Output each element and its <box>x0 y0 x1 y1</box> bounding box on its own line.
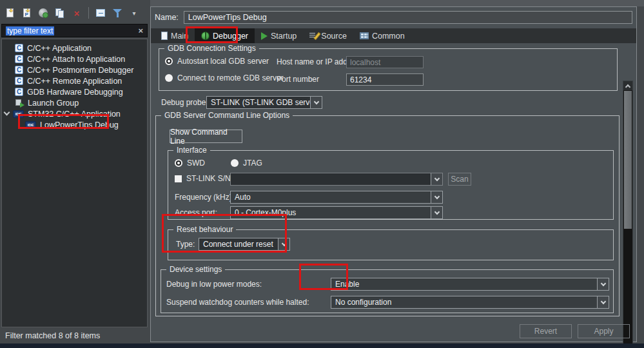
revert-button[interactable]: Revert <box>520 324 572 338</box>
tab-source[interactable]: Source <box>303 28 353 43</box>
autostart-gdb-radio[interactable]: Autostart local GDB server <box>165 57 269 66</box>
debug-configurations-dialog: + P+ × ▾ type filter text × CC/C++ Appli… <box>0 0 644 348</box>
tab-label: Debugger <box>213 32 248 41</box>
launch-config-toolbar: + P+ × ▾ <box>0 3 148 23</box>
tab-common[interactable]: Common <box>353 28 411 43</box>
tree-item-label: GDB Hardware Debugging <box>27 88 123 97</box>
source-pencil-icon <box>309 32 318 40</box>
vertical-scrollbar[interactable] <box>623 81 633 348</box>
filter-input[interactable]: type filter text × <box>1 24 148 37</box>
tab-main[interactable]: Main <box>155 28 195 43</box>
stlink-sn-checkbox-row[interactable]: ST-LINK S/N <box>175 174 231 183</box>
tree-item-cpp-application[interactable]: CC/C++ Application <box>15 43 92 53</box>
access-port-label: Access port: <box>175 208 217 217</box>
collapse-all-button[interactable] <box>94 6 107 19</box>
radio-label: Autostart local GDB server <box>177 57 269 66</box>
tree-item-gdb-hardware[interactable]: CGDB Hardware Debugging <box>15 86 123 97</box>
jtag-radio[interactable]: JTAG <box>231 159 262 168</box>
stlink-sn-dropdown[interactable] <box>230 173 443 186</box>
show-command-line-button[interactable]: Show Command Line <box>170 130 242 143</box>
checkbox-icon[interactable] <box>175 175 182 182</box>
chevron-down-icon[interactable] <box>310 97 322 108</box>
low-power-label: Debug in low power modes: <box>166 280 262 289</box>
filter-launch-configs-button[interactable] <box>111 6 124 19</box>
chevron-down-icon[interactable] <box>597 278 609 290</box>
filter-input-text: type filter text <box>6 26 54 35</box>
filter-menu-button[interactable]: ▾ <box>128 6 141 19</box>
tree-expander-icon[interactable] <box>4 110 10 116</box>
name-label: Name: <box>155 13 179 22</box>
chevron-down-icon[interactable] <box>278 238 289 250</box>
device-settings-group: Device settings Debug in low power modes… <box>161 269 614 313</box>
c-app-icon: C <box>15 66 23 74</box>
chevron-down-icon[interactable] <box>431 207 442 218</box>
delete-config-button[interactable]: × <box>70 6 83 19</box>
tree-item-stm32-application[interactable]: IDESTM32 C/C++ Application <box>5 108 121 119</box>
access-port-value: 0 - Cortex-M0plus <box>231 207 431 218</box>
launch-config-tree: CC/C++ Application CC/C++ Attach to Appl… <box>1 39 148 327</box>
clear-filter-icon[interactable]: × <box>138 26 143 35</box>
plus-badge: + <box>26 7 30 14</box>
frequency-label: Frequency (kHz): <box>175 193 234 202</box>
port-label: Port number <box>277 75 319 84</box>
debug-probe-dropdown[interactable]: ST-LINK (ST-LINK GDB server) <box>206 96 322 109</box>
reset-type-row: Type: <box>176 240 195 249</box>
tree-item-cpp-remote[interactable]: CC/C++ Remote Application <box>15 75 122 86</box>
host-input[interactable] <box>346 56 424 68</box>
c-app-icon: C <box>15 55 23 63</box>
chevron-down-icon[interactable] <box>597 296 609 308</box>
radio-unselected-icon[interactable] <box>165 74 173 82</box>
tab-debugger[interactable]: Debugger <box>195 28 255 43</box>
low-power-value: Enable <box>331 278 597 290</box>
tree-item-label: LowPowerTips Debug <box>40 121 119 130</box>
tree-item-cpp-postmortem[interactable]: CC/C++ Postmortem Debugger <box>15 64 133 75</box>
tree-item-cpp-attach[interactable]: CC/C++ Attach to Application <box>15 53 125 64</box>
scan-button[interactable]: Scan <box>448 173 471 186</box>
remote-gdb-radio[interactable]: Connect to remote GDB server <box>165 73 284 82</box>
low-power-dropdown[interactable]: Enable <box>331 278 609 291</box>
tab-startup[interactable]: Startup <box>255 28 303 43</box>
group-title: GDB Connection Settings <box>164 44 259 53</box>
c-app-icon: C <box>15 77 23 85</box>
c-app-icon: C <box>15 88 23 96</box>
watchdog-dropdown[interactable]: No configuration <box>331 296 609 309</box>
apply-button[interactable]: Apply <box>578 324 630 338</box>
export-config-button[interactable] <box>37 6 50 19</box>
port-input[interactable] <box>346 73 424 86</box>
stlink-sn-value <box>231 173 431 185</box>
tree-item-label: Launch Group <box>28 99 79 108</box>
chevron-down-icon[interactable] <box>431 191 442 203</box>
scroll-up-icon[interactable] <box>623 81 632 90</box>
group-title: Reset behaviour <box>173 225 236 235</box>
radio-label: JTAG <box>243 159 262 168</box>
reset-type-dropdown[interactable]: Connect under reset <box>199 238 290 251</box>
new-launch-config-button[interactable]: + <box>3 6 16 19</box>
ide-icon: IDE <box>13 110 24 118</box>
tree-item-launch-group[interactable]: Launch Group <box>15 97 79 108</box>
tab-label: Main <box>171 32 188 41</box>
frequency-dropdown[interactable]: Auto <box>230 191 443 204</box>
new-prototype-button[interactable]: P+ <box>20 6 33 19</box>
ide-icon: IDE <box>25 121 36 129</box>
tab-label: Source <box>321 32 347 41</box>
group-title: GDB Server Command Line Options <box>161 111 293 121</box>
radio-selected-icon[interactable] <box>175 159 182 167</box>
radio-selected-icon[interactable] <box>165 57 173 65</box>
tree-item-label: C/C++ Postmortem Debugger <box>27 66 133 75</box>
duplicate-icon <box>55 8 64 18</box>
export-icon <box>39 8 48 17</box>
name-input[interactable] <box>184 11 632 24</box>
debug-probe-row: Debug probe <box>161 98 206 107</box>
duplicate-config-button[interactable] <box>54 6 66 19</box>
chevron-down-icon[interactable] <box>431 173 442 185</box>
debugger-bug-icon <box>201 32 210 40</box>
access-port-dropdown[interactable]: 0 - Cortex-M0plus <box>230 206 443 219</box>
debugger-tab-content: GDB Connection Settings Autostart local … <box>152 43 636 320</box>
tree-item-label: C/C++ Application <box>27 44 92 53</box>
radio-unselected-icon[interactable] <box>231 159 239 167</box>
watchdog-row: Suspend watchdog counters while halted: <box>166 298 309 307</box>
tree-item-lowpowertips-debug[interactable]: IDELowPowerTips Debug <box>25 119 119 130</box>
scrollbar-thumb[interactable] <box>624 91 632 229</box>
swd-radio[interactable]: SWD <box>175 159 205 168</box>
tree-item-label: C/C++ Remote Application <box>27 77 122 86</box>
